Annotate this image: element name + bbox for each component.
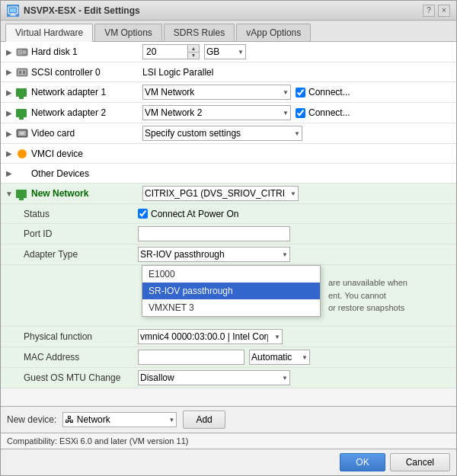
physical-function-select[interactable]: vmnic4 0000:03:00.0 | Intel Corp... [138, 329, 283, 344]
video-card-row: ▶ Video card Specify custo [1, 123, 456, 144]
guest-os-mtu-select[interactable]: Disallow Allow [138, 370, 290, 385]
scroll-area[interactable]: ▶ Hard disk 1 [1, 42, 456, 406]
net2-network-select[interactable]: VM Network 2 [142, 105, 291, 120]
net2-expand[interactable]: ▶ [5, 109, 13, 117]
net2-connect-checkbox[interactable] [296, 108, 305, 118]
footer: OK Cancel [1, 449, 456, 475]
mac-address-label: MAC Address [24, 352, 138, 363]
disk-icon [16, 46, 28, 58]
new-device-select-wrapper[interactable]: 🖧 Network Hard Disk CD/DVD Drive [62, 412, 177, 427]
vmci-expand[interactable]: ▶ [5, 150, 13, 158]
mac-mode-wrapper[interactable]: Automatic Manual [249, 350, 310, 365]
net2-connect-label: Connect... [296, 107, 350, 118]
guest-os-mtu-select-wrapper[interactable]: Disallow Allow [138, 370, 290, 385]
svg-rect-5 [18, 50, 22, 55]
net2-network-wrapper[interactable]: VM Network 2 [142, 105, 291, 120]
disk-unit-select[interactable]: GB MB [204, 44, 246, 59]
port-id-input[interactable] [138, 226, 290, 241]
hard-disk-label: ▶ Hard disk 1 [5, 46, 142, 58]
adapter-type-row: Adapter Type SR-IOV passthrough [1, 244, 456, 265]
scsi-expand[interactable]: ▶ [5, 69, 13, 76]
video-label: ▶ Video card [5, 127, 142, 139]
disk-size-input[interactable] [142, 44, 188, 59]
new-device-bar: New device: 🖧 Network Hard Disk CD/DVD D… [1, 406, 456, 433]
hard-disk-expand[interactable]: ▶ [5, 48, 13, 56]
new-network-label-row: ▼ New Network [5, 187, 142, 200]
guest-os-mtu-value: Disallow Allow [138, 370, 452, 385]
content-area: ▶ Hard disk 1 [1, 42, 456, 475]
dropdown-item-e1000[interactable]: E1000 [142, 266, 320, 283]
close-button[interactable]: × [438, 5, 450, 17]
disk-unit-wrapper[interactable]: GB MB [204, 44, 246, 59]
new-network-expand[interactable]: ▼ [5, 190, 13, 197]
connect-at-power-on-text: Connect At Power On [151, 209, 238, 219]
dropdown-item-vmxnet3[interactable]: VMXNET 3 [142, 299, 320, 316]
ok-button[interactable]: OK [340, 453, 385, 471]
scsi-icon [16, 66, 28, 78]
dropdown-item-sriov[interactable]: SR-IOV passthrough [142, 283, 320, 299]
disk-size-spinner[interactable]: ▲ ▼ [142, 44, 200, 59]
scsi-controller-row: ▶ SCSI controller 0 LSI Logic Parallel [1, 62, 456, 82]
port-id-row: Port ID [1, 224, 456, 244]
physical-function-select-wrapper[interactable]: vmnic4 0000:03:00.0 | Intel Corp... [138, 329, 283, 344]
video-settings-wrapper[interactable]: Specify custom settings [142, 126, 302, 141]
video-name: Video card [31, 128, 75, 139]
status-bar: Compatibility: ESXi 6.0 and later (VM ve… [1, 433, 456, 449]
connect-at-power-on-checkbox[interactable] [138, 209, 148, 219]
vmci-label: ▶ VMCI device [5, 148, 142, 160]
net2-name: Network adapter 2 [31, 107, 106, 118]
tab-sdrs-rules[interactable]: SDRS Rules [164, 24, 235, 41]
add-device-button[interactable]: Add [183, 411, 225, 429]
svg-rect-2 [11, 14, 14, 15]
hard-disk-name: Hard disk 1 [31, 46, 78, 57]
guest-os-mtu-label: Guest OS MTU Change [24, 372, 138, 383]
vmci-icon [16, 148, 28, 160]
new-network-select-wrapper[interactable]: CITRIX_PG1 (DVS_SRIOV_CITRIX) [142, 186, 299, 201]
mac-mode-select[interactable]: Automatic Manual [249, 350, 310, 365]
net1-connect-text: Connect... [308, 87, 350, 97]
video-settings-select[interactable]: Specify custom settings [142, 126, 302, 141]
net1-expand[interactable]: ▶ [5, 88, 13, 96]
other-icon [16, 168, 28, 180]
new-network-name: New Network [31, 188, 88, 199]
tab-vapp-options[interactable]: vApp Options [236, 24, 311, 41]
net1-network-wrapper[interactable]: VM Network [142, 85, 291, 100]
scsi-value: LSI Logic Parallel [142, 67, 452, 78]
cancel-button[interactable]: Cancel [390, 453, 450, 471]
scsi-label: ▶ SCSI controller 0 [5, 66, 142, 78]
disk-size-down[interactable]: ▼ [188, 53, 199, 59]
net1-connect-checkbox[interactable] [296, 88, 305, 97]
port-id-label: Port ID [24, 228, 138, 239]
svg-rect-15 [20, 132, 24, 135]
adapter-dropdown: E1000 SR-IOV passthrough VMXNET 3 [142, 265, 321, 317]
tab-vm-options[interactable]: VM Options [94, 24, 162, 41]
adapter-type-select-wrapper[interactable]: SR-IOV passthrough [138, 247, 290, 262]
physical-function-label: Physical function [24, 331, 138, 342]
net1-network-select[interactable]: VM Network [142, 85, 291, 100]
adapter-dropdown-container: E1000 SR-IOV passthrough VMXNET 3 are un… [1, 265, 456, 327]
disk-size-up[interactable]: ▲ [188, 45, 199, 53]
other-name: Other Devices [31, 168, 89, 179]
tab-virtual-hardware[interactable]: Virtual Hardware [5, 24, 93, 42]
net2-icon [16, 107, 28, 119]
new-device-label: New device: [7, 414, 56, 425]
net2-connect-text: Connect... [308, 107, 350, 118]
help-button[interactable]: ? [423, 5, 435, 17]
title-bar-left: NSVPX-ESX - Edit Settings [7, 5, 140, 17]
adapter-type-select[interactable]: SR-IOV passthrough [138, 247, 290, 262]
mac-address-value: Automatic Manual [138, 350, 452, 365]
scsi-name: SCSI controller 0 [31, 67, 101, 78]
video-icon [16, 127, 28, 139]
mac-address-row: MAC Address Automatic Manual [1, 347, 456, 368]
vmci-row: ▶ VMCI device [1, 144, 456, 164]
main-window: NSVPX-ESX - Edit Settings ? × Virtual Ha… [0, 0, 457, 476]
other-expand[interactable]: ▶ [5, 170, 13, 177]
mac-address-input[interactable] [138, 350, 244, 365]
video-expand[interactable]: ▶ [5, 129, 13, 137]
new-device-select[interactable]: 🖧 Network Hard Disk CD/DVD Drive [62, 412, 177, 427]
status-value: Connect At Power On [138, 209, 452, 219]
new-network-select[interactable]: CITRIX_PG1 (DVS_SRIOV_CITRIX) [142, 186, 299, 201]
port-id-value [138, 226, 452, 241]
net1-connect-label: Connect... [296, 87, 350, 97]
tab-bar: Virtual Hardware VM Options SDRS Rules v… [1, 21, 456, 42]
